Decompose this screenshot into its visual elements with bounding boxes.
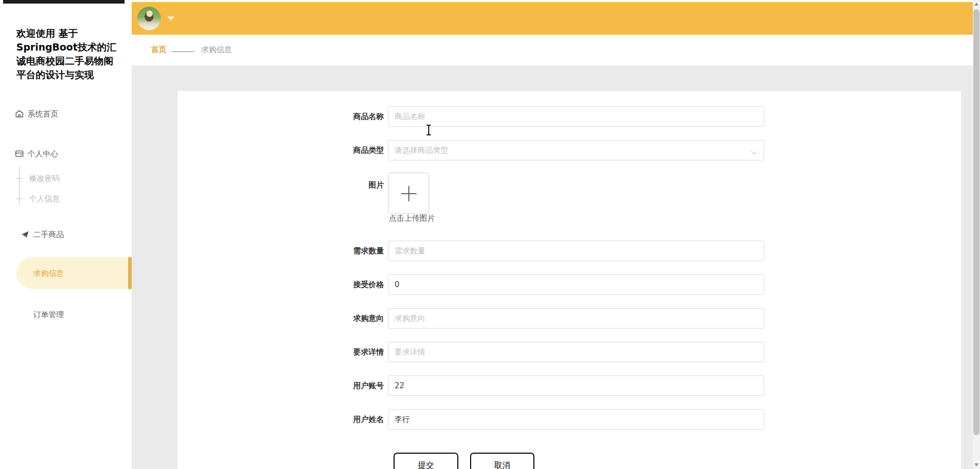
- content-background: 商品名称 商品类型 请选择商品类型 图片: [132, 65, 973, 469]
- purchase-intent-input[interactable]: [388, 308, 764, 329]
- main-area: 首页 求购信息 商品名称 商品类型 请选择商品类型: [132, 0, 973, 469]
- select-placeholder: 请选择商品类型: [395, 146, 448, 155]
- user-avatar[interactable]: [137, 7, 161, 30]
- sidebar-item-label: 个人信息: [29, 194, 60, 204]
- form-row-product-name: 商品名称: [178, 106, 961, 127]
- form-row-accept-price: 接受价格: [178, 274, 961, 295]
- grid-icon: [20, 269, 30, 278]
- field-label: 要求详情: [178, 342, 384, 362]
- breadcrumb-home-link[interactable]: 首页: [151, 45, 166, 55]
- app-window: 欢迎使用 基于 SpringBoot技术的汇诚电商校园二手易物阁平台的设计与实现…: [0, 0, 980, 469]
- grid-icon: [20, 310, 30, 319]
- panel-icon: [15, 149, 24, 158]
- home-icon: [15, 109, 24, 119]
- sidebar-item-secondhand-goods[interactable]: 二手商品: [0, 224, 132, 245]
- user-name-input[interactable]: [388, 409, 764, 430]
- paper-plane-icon: [20, 230, 30, 239]
- sidebar-item-label: 二手商品: [33, 230, 64, 240]
- sidebar-item-system-home[interactable]: 系统首页: [0, 104, 132, 124]
- chevron-down-icon: [751, 148, 756, 153]
- form-row-user-name: 用户姓名: [178, 409, 961, 430]
- sidebar-item-label: 求购信息: [33, 269, 64, 278]
- sidebar-item-order-management[interactable]: 订单管理: [0, 304, 132, 325]
- upload-caption: 点击上传图片: [389, 214, 435, 223]
- field-label: 接受价格: [178, 274, 384, 295]
- field-label: 商品类型: [178, 140, 384, 160]
- sidebar-item-label: 个人中心: [28, 149, 58, 159]
- form-card: 商品名称 商品类型 请选择商品类型 图片: [178, 91, 961, 469]
- sidebar-item-label: 修改密码: [29, 174, 60, 183]
- form-row-demand-quantity: 需求数量: [178, 241, 961, 261]
- scroll-down-icon[interactable]: [974, 463, 978, 466]
- sidebar-item-personal-info[interactable]: 个人信息: [0, 189, 132, 209]
- scrollbar-thumb[interactable]: [973, 9, 979, 435]
- sidebar-item-label: 订单管理: [33, 310, 64, 320]
- sidebar-item-change-password[interactable]: 修改密码: [0, 168, 132, 189]
- form-row-product-type: 商品类型 请选择商品类型: [178, 140, 961, 160]
- image-upload-button[interactable]: [388, 173, 429, 214]
- field-label: 用户账号: [178, 376, 384, 396]
- form-row-requirement-detail: 要求详情: [178, 342, 961, 362]
- field-label: 商品名称: [178, 106, 384, 127]
- demand-quantity-input[interactable]: [388, 241, 764, 261]
- sidebar-item-personal-center[interactable]: 个人中心: [0, 144, 132, 164]
- cancel-button[interactable]: 取消: [470, 453, 534, 469]
- sidebar-title: 欢迎使用 基于 SpringBoot技术的汇诚电商校园二手易物阁平台的设计与实现: [16, 27, 118, 82]
- plus-icon: [401, 186, 416, 201]
- breadcrumb-separator: [172, 51, 194, 52]
- field-label: 需求数量: [178, 241, 384, 261]
- sidebar: 欢迎使用 基于 SpringBoot技术的汇诚电商校园二手易物阁平台的设计与实现…: [0, 0, 132, 469]
- submit-button[interactable]: 提交: [394, 453, 458, 469]
- product-name-input[interactable]: [388, 106, 764, 127]
- user-account-input[interactable]: [388, 376, 764, 396]
- field-label: 求购意向: [178, 308, 384, 329]
- field-label: 图片: [178, 173, 384, 193]
- sidebar-item-label: 系统首页: [28, 109, 58, 119]
- sidebar-item-purchase-requests[interactable]: 求购信息: [0, 263, 132, 284]
- form-row-image: 图片 点击上传图片: [178, 173, 961, 234]
- scroll-up-icon[interactable]: [974, 3, 978, 6]
- form-row-purchase-intent: 求购意向: [178, 308, 961, 329]
- product-type-select[interactable]: 请选择商品类型: [388, 140, 764, 160]
- field-label: 用户姓名: [178, 409, 384, 430]
- breadcrumb-current: 求购信息: [201, 45, 232, 55]
- accept-price-input[interactable]: [388, 274, 764, 295]
- window-edge-strip: [3, 0, 125, 4]
- window-scrollbar[interactable]: [973, 0, 980, 469]
- breadcrumb: 首页 求购信息: [132, 35, 973, 65]
- form-row-user-account: 用户账号: [178, 376, 961, 396]
- requirement-detail-input[interactable]: [388, 342, 764, 362]
- avatar-dropdown-caret-icon[interactable]: [167, 16, 175, 21]
- top-header-bar: [132, 2, 973, 35]
